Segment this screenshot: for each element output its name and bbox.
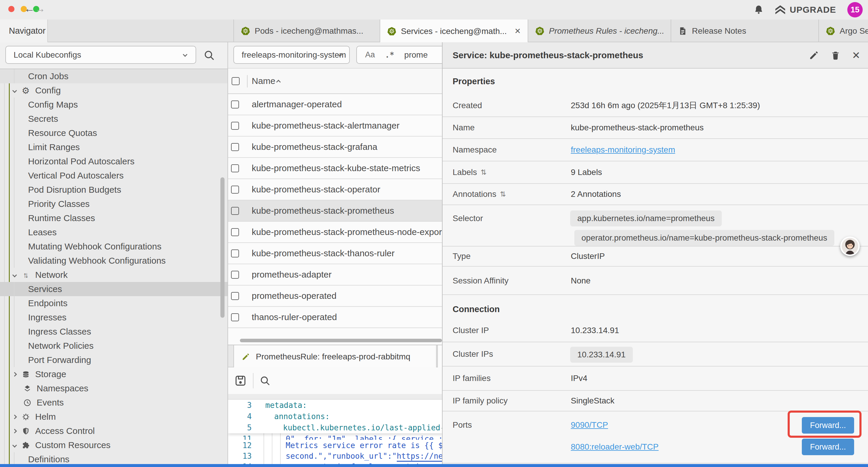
table-row-selected[interactable]: kube-prometheus-stack-prometheus	[228, 200, 442, 222]
sidebar-item-events[interactable]: Events	[0, 396, 227, 410]
close-panel-icon[interactable]: ✕	[852, 49, 861, 61]
sidebar-item-pod-disruption-budgets[interactable]: Pod Disruption Budgets	[0, 183, 227, 197]
sidebar-item-cron-jobs[interactable]: Cron Jobs	[0, 69, 227, 83]
sidebar-scrollbar[interactable]	[220, 177, 224, 318]
row-checkbox[interactable]	[231, 185, 239, 194]
tab-release-notes[interactable]: Release Notes	[671, 20, 819, 42]
sidebar-group-config[interactable]: ⚙ Config	[0, 83, 227, 97]
sidebar-group-network[interactable]: ↑↓ Network	[0, 268, 227, 282]
close-tab-icon[interactable]: ✕	[514, 27, 521, 36]
expand-collapse-icon[interactable]: ⇅	[500, 190, 506, 198]
tab-prometheus-rules[interactable]: Prometheus Rules - icecheng...	[528, 20, 671, 42]
window-close-button[interactable]	[8, 6, 14, 12]
sidebar-item-horizontal-pod-autoscalers[interactable]: Horizontal Pod Autoscalers	[0, 154, 227, 169]
chevron-right-icon[interactable]	[12, 372, 17, 377]
sidebar-item-resource-quotas[interactable]: Resource Quotas	[0, 126, 227, 140]
search-icon[interactable]	[259, 375, 271, 386]
table-row[interactable]: prometheus-adapter	[228, 264, 442, 286]
sidebar-group-access-control[interactable]: Access Control	[0, 424, 227, 438]
forward-arrow-icon[interactable]: →	[35, 2, 45, 15]
sidebar-item-mutating-webhook-configurations[interactable]: Mutating Webhook Configurations	[0, 239, 227, 254]
yaml-editor[interactable]: 3 metadata: 4 annotations: 5 kubectl.kub…	[228, 400, 442, 464]
tab-argo[interactable]: Argo Se	[819, 20, 868, 42]
chevron-down-icon[interactable]	[12, 272, 17, 277]
chevron-right-icon[interactable]	[12, 429, 17, 433]
port-link-8080[interactable]: 8080:reloader-web/TCP	[571, 442, 658, 451]
port-link-9090[interactable]: 9090/TCP	[571, 420, 608, 430]
arrows-up-down-icon: ↑↓	[21, 270, 30, 280]
chevron-down-icon[interactable]	[12, 443, 17, 447]
sidebar-item-ingress-classes[interactable]: Ingress Classes	[0, 324, 227, 339]
sidebar-item-limit-ranges[interactable]: Limit Ranges	[0, 140, 227, 154]
table-row[interactable]: kube-prometheus-stack-operator	[228, 179, 442, 200]
kubeconfig-select[interactable]: Local Kubeconfigs	[5, 46, 196, 64]
profile-badge[interactable]: 15	[847, 2, 863, 18]
expand-collapse-icon[interactable]: ⇅	[481, 168, 487, 176]
sidebar-item-runtime-classes[interactable]: Runtime Classes	[0, 211, 227, 225]
sidebar-item-ingresses[interactable]: Ingresses	[0, 310, 227, 324]
sidebar-item-config-maps[interactable]: Config Maps	[0, 97, 227, 112]
row-checkbox[interactable]	[231, 164, 239, 172]
sidebar-item-secrets[interactable]: Secrets	[0, 112, 227, 126]
select-all-checkbox[interactable]	[231, 77, 240, 85]
row-checkbox[interactable]	[231, 207, 239, 215]
table-row[interactable]: kube-prometheus-stack-prometheus-node-ex…	[228, 222, 442, 243]
sidebar-item-network-policies[interactable]: Network Policies	[0, 339, 227, 353]
sidebar-item-priority-classes[interactable]: Priority Classes	[0, 197, 227, 211]
regex-icon[interactable]: .*	[385, 51, 394, 59]
editor-tab-partial[interactable]	[437, 345, 442, 368]
match-case-icon[interactable]: Aa	[365, 50, 375, 59]
namespace-select[interactable]: freeleaps-monitoring-system	[234, 46, 350, 64]
sidebar-group-storage[interactable]: Storage	[0, 367, 227, 381]
filter-input[interactable]: Aa .* prome	[356, 46, 442, 64]
runbook-url-link[interactable]: https://net	[397, 451, 442, 462]
navigator-panel-tab[interactable]: Navigator	[0, 20, 48, 42]
table-row[interactable]: kube-prometheus-stack-alertmanager	[228, 115, 442, 137]
upgrade-button[interactable]: UPGRADE	[775, 5, 836, 15]
sidebar-item-leases[interactable]: Leases	[0, 225, 227, 239]
assistant-avatar[interactable]	[840, 236, 860, 256]
row-checkbox[interactable]	[231, 292, 239, 300]
chevron-right-icon[interactable]	[12, 414, 17, 419]
search-icon[interactable]	[203, 49, 215, 61]
sidebar-item-vertical-pod-autoscalers[interactable]: Vertical Pod Autoscalers	[0, 169, 227, 183]
sidebar-group-helm[interactable]: Helm	[0, 410, 227, 424]
sidebar-group-custom-resources[interactable]: Custom Resources	[0, 438, 227, 452]
selector-chip[interactable]: operator.prometheus.io/name=kube-prometh…	[574, 230, 834, 246]
row-checkbox[interactable]	[231, 143, 239, 151]
sidebar-item-validating-webhook-configurations[interactable]: Validating Webhook Configurations	[0, 254, 227, 268]
tab-pods[interactable]: Pods - icecheng@mathmas...	[234, 20, 380, 42]
table-row[interactable]: thanos-ruler-operated	[228, 307, 442, 328]
row-checkbox[interactable]	[231, 250, 239, 258]
namespace-link[interactable]: freeleaps-monitoring-system	[571, 145, 675, 154]
trash-icon[interactable]	[831, 51, 840, 60]
sidebar-item-services[interactable]: Services	[0, 282, 227, 296]
table-row[interactable]: prometheus-operated	[228, 286, 442, 307]
row-checkbox[interactable]	[231, 313, 239, 321]
table-row[interactable]: alertmanager-operated	[228, 94, 442, 115]
row-checkbox[interactable]	[231, 100, 239, 109]
edit-icon[interactable]	[809, 50, 819, 60]
column-name-header[interactable]: Name	[252, 76, 275, 86]
sidebar-item-definitions[interactable]: Definitions	[0, 452, 227, 464]
editor-tab-prometheusrule[interactable]: PrometheusRule: freeleaps-prod-rabbitmq	[234, 345, 437, 368]
sidebar-item-namespaces[interactable]: Namespaces	[0, 381, 227, 396]
save-icon[interactable]	[235, 375, 246, 387]
table-row[interactable]: kube-prometheus-stack-thanos-ruler	[228, 243, 442, 264]
bell-icon[interactable]	[754, 5, 764, 15]
cluster-ip-chip[interactable]: 10.233.14.91	[570, 347, 633, 363]
row-checkbox[interactable]	[231, 122, 239, 130]
row-checkbox[interactable]	[231, 271, 239, 279]
tab-services[interactable]: Services - icecheng@math... ✕	[380, 20, 528, 43]
forward-button-8080[interactable]: Forward...	[802, 439, 854, 455]
row-checkbox[interactable]	[231, 228, 239, 236]
table-row[interactable]: kube-prometheus-stack-grafana	[228, 137, 442, 158]
selector-chip[interactable]: app.kubernetes.io/name=prometheus	[570, 210, 722, 226]
back-arrow-icon[interactable]: ←	[24, 2, 35, 15]
sidebar-item-endpoints[interactable]: Endpoints	[0, 296, 227, 310]
chevron-down-icon[interactable]	[12, 88, 17, 93]
table-row[interactable]: kube-prometheus-stack-kube-state-metrics	[228, 158, 442, 179]
horizontal-scrollbar[interactable]	[240, 339, 442, 342]
sidebar-item-port-forwarding[interactable]: Port Forwarding	[0, 353, 227, 367]
sort-ascending-icon[interactable]	[276, 80, 281, 85]
